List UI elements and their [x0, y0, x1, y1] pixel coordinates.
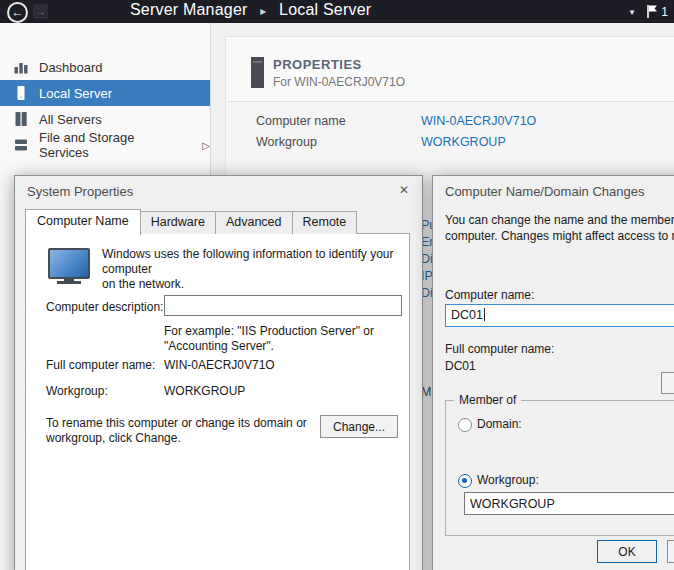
flyout-arrow-icon: ▷ [202, 140, 210, 151]
sidebar-item-label: Dashboard [39, 60, 103, 75]
cancel-button[interactable]: Cancel [667, 540, 674, 563]
breadcrumb-server-manager[interactable]: Server Manager [130, 1, 248, 18]
workgroup-value: WORKGROUP [164, 384, 245, 398]
more-button[interactable]: More... [661, 372, 674, 394]
sidebar-item-label: File and Storage Services [39, 130, 186, 160]
intro-line1: You can change the name and the membersh… [445, 213, 674, 227]
notifications-flag-button[interactable]: 1 [646, 4, 668, 19]
workgroup-input[interactable] [464, 492, 674, 515]
domain-radio[interactable] [458, 418, 472, 432]
computer-description-label: Computer description: [46, 300, 163, 314]
computer-description-input[interactable] [164, 295, 402, 316]
ok-button[interactable]: OK [597, 540, 657, 563]
breadcrumb-separator-icon: ▸ [260, 4, 266, 18]
description-example-text: For example: "IIS Production Server" or … [164, 324, 374, 354]
dialog-title: System Properties [27, 184, 133, 199]
intro-line1: Windows uses the following information t… [102, 247, 393, 276]
sidebar-item-label: Local Server [39, 86, 112, 101]
server-manager-window: ← → Server Manager ▸ Local Server ▾ 1 [0, 0, 674, 570]
computer-monitor-icon [48, 248, 90, 279]
notification-count-badge: 1 [661, 5, 668, 19]
workgroup-radio[interactable] [458, 474, 472, 488]
workgroup-label: Workgroup: [46, 384, 108, 398]
sidebar-item-dashboard[interactable]: Dashboard [0, 54, 210, 80]
computer-name-label: Computer name [256, 114, 346, 128]
properties-subheading: For WIN-0AECRJ0V71O [273, 75, 405, 89]
change-button[interactable]: Change... [320, 415, 398, 438]
file-storage-icon [13, 137, 29, 153]
computer-name-domain-changes-dialog: Computer Name/Domain Changes You can cha… [432, 175, 674, 570]
rename-line2: workgroup, click Change. [46, 431, 181, 445]
flag-icon [646, 4, 658, 19]
properties-rows: Computer name WIN-0AECRJ0V71O Workgroup … [227, 101, 674, 186]
rename-hint-text: To rename this computer or change its do… [46, 416, 307, 446]
server-icon [13, 85, 29, 101]
intro-line2: computer. Changes might affect access to… [445, 229, 674, 243]
member-of-group: Member of Domain: Workgroup: [445, 400, 674, 536]
sidebar-item-local-server[interactable]: Local Server [0, 80, 210, 106]
rename-line1: To rename this computer or change its do… [46, 416, 307, 430]
breadcrumb-local-server[interactable]: Local Server [279, 1, 371, 18]
tab-hardware[interactable]: Hardware [140, 211, 216, 234]
properties-tile-icon [251, 57, 264, 88]
full-computer-name-value: WIN-0AECRJ0V71O [164, 358, 275, 372]
forward-button[interactable]: → [33, 4, 48, 19]
system-properties-dialog: System Properties ✕ Computer Name Hardwa… [14, 175, 423, 570]
sidebar-item-all-servers[interactable]: All Servers [0, 106, 210, 132]
intro-text: You can change the name and the membersh… [445, 212, 674, 244]
computer-name-input[interactable]: DC01 [445, 304, 674, 327]
close-icon[interactable]: ✕ [394, 181, 414, 199]
tab-computer-name[interactable]: Computer Name [25, 209, 141, 235]
topbar: ← → Server Manager ▸ Local Server ▾ 1 [0, 0, 674, 23]
computer-name-label: Computer name: [445, 288, 534, 302]
intro-line2: on the network. [102, 277, 184, 291]
dashboard-icon [13, 59, 29, 75]
computer-name-link[interactable]: WIN-0AECRJ0V71O [421, 114, 536, 128]
workgroup-radio-label[interactable]: Workgroup: [477, 473, 539, 487]
intro-text: Windows uses the following information t… [102, 247, 402, 292]
domain-radio-label[interactable]: Domain: [477, 417, 522, 431]
chevron-down-icon[interactable]: ▾ [630, 7, 635, 17]
member-of-label: Member of [454, 393, 521, 407]
example-line1: For example: "IIS Production Server" or [164, 324, 374, 338]
forward-arrow-icon: → [36, 6, 46, 17]
sidebar-item-file-storage-services[interactable]: File and Storage Services ▷ [0, 132, 210, 158]
system-properties-tabs: Computer Name Hardware Advanced Remote [25, 209, 357, 234]
tab-remote[interactable]: Remote [292, 211, 358, 234]
example-line2: "Accounting Server". [164, 339, 274, 353]
tab-advanced[interactable]: Advanced [215, 211, 293, 234]
text-cursor [484, 308, 485, 321]
workgroup-label: Workgroup [256, 135, 317, 149]
topbar-actions: ▾ 1 [630, 0, 668, 23]
workgroup-link[interactable]: WORKGROUP [421, 135, 506, 149]
full-computer-name-label: Full computer name: [445, 342, 554, 356]
breadcrumb: Server Manager ▸ Local Server [130, 1, 371, 19]
full-computer-name-label: Full computer name: [46, 358, 155, 372]
sidebar-item-label: All Servers [39, 112, 102, 127]
computer-name-tab-panel: Windows uses the following information t… [25, 233, 410, 570]
computer-name-input-value: DC01 [451, 308, 483, 322]
computer-monitor-icon [57, 281, 81, 284]
full-computer-name-value: DC01 [445, 359, 476, 373]
back-arrow-icon: ← [12, 5, 24, 19]
back-button[interactable]: ← [7, 2, 28, 23]
servers-icon [13, 111, 29, 127]
dialog-title: Computer Name/Domain Changes [445, 184, 644, 199]
properties-heading: PROPERTIES [273, 57, 362, 72]
